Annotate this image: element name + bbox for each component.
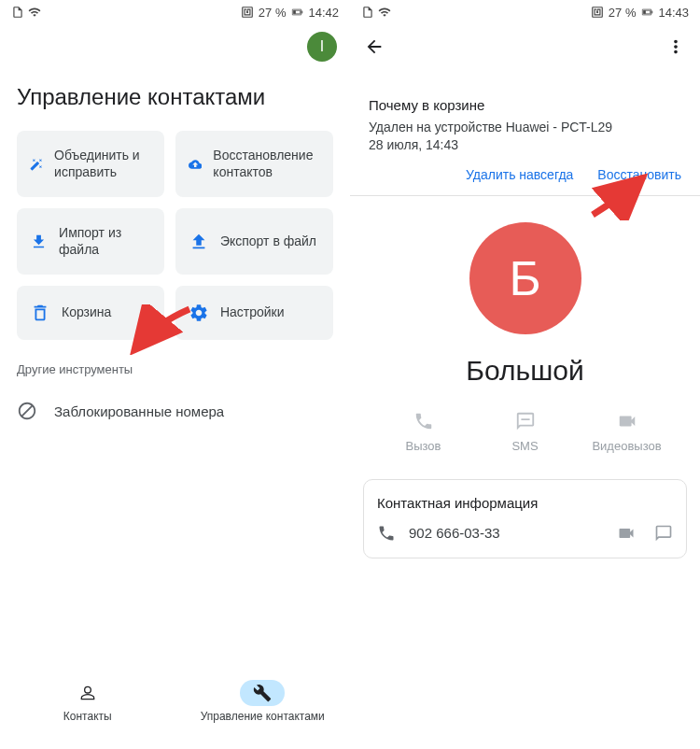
tile-label: Импорт из файла bbox=[59, 225, 151, 258]
screen-trash-contact: 27 % 14:43 Почему в корзине Удален на ус… bbox=[350, 0, 700, 749]
action-sms[interactable]: SMS bbox=[474, 411, 576, 453]
nfc-icon bbox=[241, 6, 254, 19]
blocked-label: Заблокированные номера bbox=[54, 403, 224, 419]
status-right: 27 % 14:43 bbox=[591, 6, 689, 20]
export-icon bbox=[189, 232, 209, 252]
contact-info-card: Контактная информация 902 666-03-33 bbox=[363, 479, 687, 558]
tile-label: Восстановление контактов bbox=[213, 148, 320, 180]
tiles-grid: Объединить и исправить Восстановление ко… bbox=[0, 131, 350, 340]
blocked-numbers-row[interactable]: Заблокированные номера bbox=[0, 388, 350, 434]
nav-label: Контакты bbox=[63, 710, 112, 723]
status-left bbox=[361, 6, 391, 19]
status-bar: 27 % 14:42 bbox=[0, 0, 350, 24]
tile-import[interactable]: Импорт из файла bbox=[17, 208, 164, 275]
tile-trash[interactable]: Корзина bbox=[17, 286, 164, 340]
action-label: Видеовызов bbox=[576, 439, 678, 453]
tile-label: Экспорт в файл bbox=[220, 233, 316, 250]
tile-merge-fix[interactable]: Объединить и исправить bbox=[17, 131, 164, 197]
nfc-icon bbox=[591, 6, 604, 19]
info-title: Контактная информация bbox=[377, 495, 673, 511]
overflow-menu-button[interactable] bbox=[665, 35, 687, 58]
wand-icon bbox=[30, 154, 43, 175]
video-icon[interactable] bbox=[617, 524, 636, 543]
svg-rect-1 bbox=[644, 10, 646, 14]
trash-sub1: Удален на устройстве Huawei - PCT-L29 bbox=[369, 119, 681, 136]
message-icon[interactable] bbox=[654, 524, 673, 543]
status-right: 27 % 14:42 bbox=[241, 6, 339, 20]
page-title: Управление контактами bbox=[0, 69, 350, 131]
document-icon bbox=[11, 6, 24, 19]
action-label: SMS bbox=[474, 439, 576, 453]
battery-text: 27 % bbox=[259, 6, 287, 20]
status-left bbox=[11, 6, 41, 19]
import-icon bbox=[30, 232, 48, 252]
action-call[interactable]: Вызов bbox=[372, 411, 474, 453]
battery-icon bbox=[640, 6, 653, 19]
contact-avatar: Б bbox=[469, 222, 581, 334]
wifi-icon bbox=[28, 6, 41, 19]
trash-info: Почему в корзине Удален на устройстве Hu… bbox=[350, 84, 700, 196]
trash-sub2: 28 июля, 14:43 bbox=[369, 136, 681, 154]
wifi-icon bbox=[378, 6, 391, 19]
delete-forever-button[interactable]: Удалить навсегда bbox=[466, 167, 573, 182]
tile-label: Корзина bbox=[62, 304, 111, 321]
tile-settings[interactable]: Настройки bbox=[175, 286, 333, 340]
battery-text: 27 % bbox=[609, 6, 637, 20]
tile-restore-contacts[interactable]: Восстановление контактов bbox=[175, 131, 333, 197]
tile-label: Объединить и исправить bbox=[54, 148, 151, 180]
topbar bbox=[350, 24, 700, 69]
avatar[interactable]: I bbox=[307, 32, 337, 62]
restore-button[interactable]: Восстановить bbox=[597, 167, 681, 182]
trash-icon bbox=[30, 303, 50, 323]
screen-manage-contacts: 27 % 14:42 I Управление контактами Объед… bbox=[0, 0, 350, 749]
tile-label: Настройки bbox=[220, 304, 285, 321]
cloud-restore-icon bbox=[189, 154, 202, 175]
status-time: 14:42 bbox=[308, 6, 339, 20]
nav-contacts[interactable]: Контакты bbox=[0, 680, 175, 743]
back-button[interactable] bbox=[363, 35, 385, 58]
other-tools-label: Другие инструменты bbox=[0, 340, 350, 388]
trash-actions: Удалить навсегда Восстановить bbox=[369, 167, 681, 182]
video-icon bbox=[617, 411, 637, 431]
sms-icon bbox=[515, 411, 536, 431]
topbar: I bbox=[0, 24, 350, 69]
block-icon bbox=[17, 401, 37, 421]
phone-number[interactable]: 902 666-03-33 bbox=[409, 525, 604, 541]
more-vert-icon bbox=[665, 36, 686, 57]
contact-actions: Вызов SMS Видеовызов bbox=[350, 411, 700, 472]
nav-manage[interactable]: Управление контактами bbox=[175, 680, 351, 743]
status-time: 14:43 bbox=[658, 6, 689, 20]
call-icon bbox=[377, 524, 396, 543]
navbar: Контакты Управление контактами bbox=[0, 674, 350, 749]
contact-name: Большой bbox=[350, 355, 700, 387]
person-icon bbox=[78, 684, 97, 702]
gear-icon bbox=[189, 303, 209, 323]
back-arrow-icon bbox=[364, 36, 385, 57]
call-icon bbox=[413, 411, 434, 431]
svg-rect-0 bbox=[294, 10, 296, 14]
status-bar: 27 % 14:43 bbox=[350, 0, 700, 24]
battery-icon bbox=[290, 6, 303, 19]
trash-title: Почему в корзине bbox=[369, 97, 681, 113]
wrench-icon bbox=[253, 684, 272, 702]
action-label: Вызов bbox=[372, 439, 474, 453]
tile-export[interactable]: Экспорт в файл bbox=[175, 208, 333, 275]
document-icon bbox=[361, 6, 374, 19]
action-video[interactable]: Видеовызов bbox=[576, 411, 678, 453]
phone-row: 902 666-03-33 bbox=[377, 524, 673, 543]
nav-label: Управление контактами bbox=[201, 710, 325, 723]
